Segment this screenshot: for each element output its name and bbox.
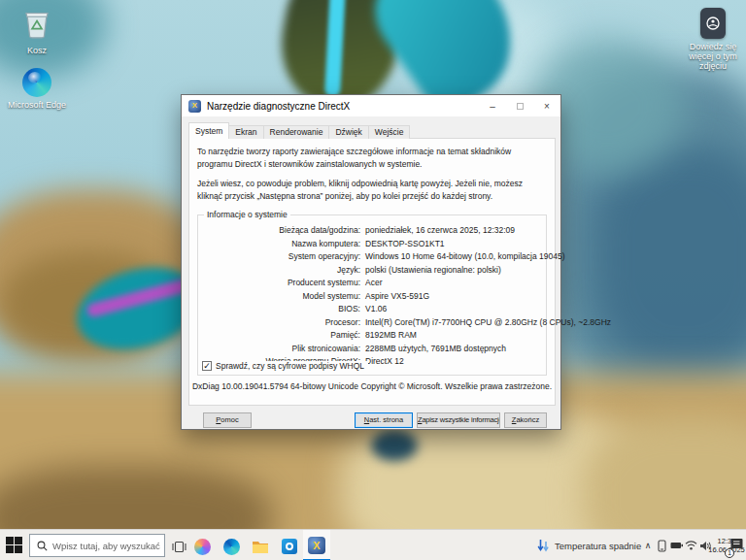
info-value: 2288MB użytych, 7691MB dostępnych xyxy=(365,343,546,356)
help-button[interactable]: Pomoc xyxy=(203,412,252,428)
desktop-icon-microsoft-edge[interactable]: Microsoft Edge xyxy=(2,68,72,110)
taskbar-app-dxdiag-active[interactable]: X xyxy=(303,530,330,560)
info-row: Model systemu:Aspire VX5-591G xyxy=(198,290,546,304)
info-row: Pamięć:8192MB RAM xyxy=(198,329,546,343)
battery-icon xyxy=(670,542,683,549)
info-label: Pamięć: xyxy=(198,329,365,343)
windows-logo-icon xyxy=(6,537,14,544)
task-view-icon xyxy=(172,541,186,553)
desktop-icon-label: Dowiedz się więcej o tym zdjęciu xyxy=(678,42,746,71)
phone-icon xyxy=(658,540,666,552)
action-center-button[interactable]: 1 xyxy=(728,530,745,560)
system-info-groupbox: Informacje o systemie Bieżąca data/godzi… xyxy=(197,214,547,376)
search-icon xyxy=(37,541,48,551)
tray-network-button[interactable] xyxy=(684,530,697,560)
file-explorer-icon xyxy=(252,540,269,554)
tab-system[interactable]: System xyxy=(188,122,229,139)
wallpaper-shape xyxy=(593,146,746,369)
whql-checkbox[interactable]: ✓ Sprawdź, czy są cyfrowe podpisy WHQL xyxy=(200,361,368,371)
info-value: 8192MB RAM xyxy=(365,329,546,343)
desktop-icon-label: Microsoft Edge xyxy=(8,100,66,110)
intro-paragraph: Jeżeli wiesz, co powoduje problem, klikn… xyxy=(197,178,547,202)
info-row: Bieżąca data/godzina:poniedziałek, 16 cz… xyxy=(198,224,546,238)
notification-badge: 1 xyxy=(725,548,734,558)
info-label: Nazwa komputera: xyxy=(198,238,365,251)
wifi-icon xyxy=(685,541,697,550)
info-value: Acer xyxy=(365,277,546,290)
dxdiag-app-icon: X xyxy=(188,100,201,113)
info-value: Aspire VX5-591G xyxy=(365,290,546,304)
info-row: Język:polski (Ustawienia regionalne: pol… xyxy=(198,264,546,278)
intro-paragraph: To narzędzie tworzy raporty zawierające … xyxy=(197,146,547,170)
outlook-o-glyph xyxy=(286,543,293,550)
start-button[interactable] xyxy=(6,537,23,554)
window-title: Narzędzie diagnostyczne DirectX xyxy=(207,101,479,112)
info-label: Język: xyxy=(198,264,365,278)
title-bar[interactable]: X Narzędzie diagnostyczne DirectX – × xyxy=(182,95,560,116)
tab-strip: SystemEkranRenderowanieDźwiękWejście xyxy=(188,122,409,139)
search-input[interactable] xyxy=(52,541,181,551)
recycle-bin-icon xyxy=(22,8,51,43)
info-row: Procesor:Intel(R) Core(TM) i7-7700HQ CPU… xyxy=(198,316,546,330)
tab-ekran[interactable]: Ekran xyxy=(228,125,263,139)
dxdiag-version-line: DxDiag 10.00.19041.5794 64-bitowy Unicod… xyxy=(189,381,555,391)
save-all-information-button[interactable]: Zapisz wszystkie informacje... xyxy=(417,412,500,428)
windows-logo-icon xyxy=(15,537,22,544)
tray-expand-chevron[interactable]: ∧ xyxy=(641,530,655,560)
windows-logo-icon xyxy=(6,545,14,553)
tab-renderowanie[interactable]: Renderowanie xyxy=(263,125,330,139)
exit-button[interactable]: Zakończ xyxy=(504,412,547,428)
tab-page-system: To narzędzie tworzy raporty zawierające … xyxy=(188,138,556,406)
desktop-icon-spotlight-info[interactable]: Dowiedz się więcej o tym zdjęciu xyxy=(678,8,746,71)
taskbar-app-edge[interactable] xyxy=(220,535,243,558)
next-page-button[interactable]: Nast. strona xyxy=(355,412,413,428)
maximize-icon xyxy=(517,103,524,110)
tab-wejście[interactable]: Wejście xyxy=(368,125,411,139)
info-value: V1.06 xyxy=(365,303,546,316)
checkbox-checked-icon[interactable]: ✓ xyxy=(202,361,212,371)
tray-device-button[interactable] xyxy=(656,530,668,560)
whql-checkbox-label: Sprawdź, czy są cyfrowe podpisy WHQL xyxy=(216,361,364,371)
info-row: Nazwa komputera:DESKTOP-SSO1KT1 xyxy=(198,238,546,251)
info-value: polski (Ustawienia regionalne: polski) xyxy=(365,264,546,278)
groupbox-title: Informacje o systemie xyxy=(204,210,290,219)
info-row: System operacyjny:Windows 10 Home 64-bit… xyxy=(198,250,546,264)
fish-tail xyxy=(371,430,418,461)
info-value: Intel(R) Core(TM) i7-7700HQ CPU @ 2.80GH… xyxy=(365,316,611,330)
taskbar-app-copilot[interactable] xyxy=(190,535,214,558)
info-label: Plik stronicowania: xyxy=(198,343,365,356)
info-value: DESKTOP-SSO1KT1 xyxy=(365,238,546,251)
weather-label: Temperatura spadnie xyxy=(555,541,641,551)
info-row: BIOS:V1.06 xyxy=(198,303,546,316)
info-label: Model systemu: xyxy=(198,290,365,304)
desktop-icon-recycle-bin[interactable]: Kosz xyxy=(2,8,72,55)
tab-dźwięk[interactable]: Dźwięk xyxy=(328,125,368,139)
taskbar-app-outlook[interactable] xyxy=(278,535,301,558)
dxdiag-window: X Narzędzie diagnostyczne DirectX – × Sy… xyxy=(181,94,561,430)
info-value: poniedziałek, 16 czerwca 2025, 12:32:09 xyxy=(365,224,546,238)
tray-battery-button[interactable] xyxy=(669,530,683,560)
taskbar: X Temperatura spadnie ∧ xyxy=(0,529,746,560)
task-view-button[interactable] xyxy=(167,535,190,558)
system-info-rows: Bieżąca data/godzina:poniedziałek, 16 cz… xyxy=(198,224,546,369)
minimize-button[interactable]: – xyxy=(479,95,506,116)
info-label: BIOS: xyxy=(198,303,365,316)
edge-icon xyxy=(22,68,51,97)
info-value: Windows 10 Home 64-bitowy (10.0, kompila… xyxy=(365,250,565,264)
desktop-icon-label: Kosz xyxy=(27,46,47,55)
taskbar-search[interactable] xyxy=(29,534,165,557)
dxdiag-icon: X xyxy=(308,537,325,554)
maximize-button[interactable] xyxy=(506,95,533,116)
copilot-icon xyxy=(194,539,211,555)
info-label: Producent systemu: xyxy=(198,277,365,290)
info-row: Producent systemu:Acer xyxy=(198,277,546,290)
close-button[interactable]: × xyxy=(533,95,560,116)
edge-icon xyxy=(223,539,240,555)
info-row: Plik stronicowania:2288MB użytych, 7691M… xyxy=(198,343,546,356)
dialog-client-area: SystemEkranRenderowanieDźwiękWejście To … xyxy=(182,116,560,429)
taskbar-app-file-explorer[interactable] xyxy=(249,535,272,558)
temperature-falling-icon xyxy=(536,539,550,552)
windows-logo-icon xyxy=(15,545,22,553)
taskbar-weather[interactable]: Temperatura spadnie xyxy=(532,530,645,560)
outlook-icon xyxy=(282,539,297,554)
